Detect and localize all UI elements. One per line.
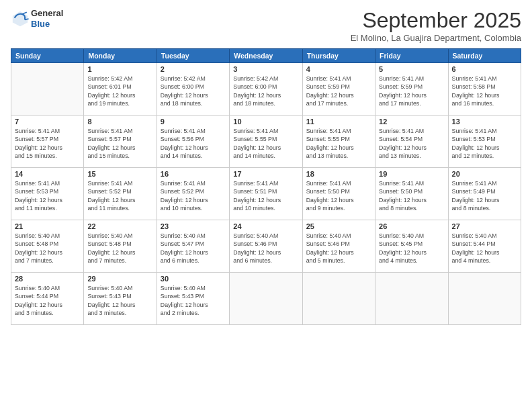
day-info: Sunrise: 5:40 AM Sunset: 5:46 PM Dayligh… <box>233 232 298 265</box>
calendar-cell <box>302 273 375 325</box>
day-info: Sunrise: 5:41 AM Sunset: 5:53 PM Dayligh… <box>15 179 80 212</box>
calendar-cell: 22Sunrise: 5:40 AM Sunset: 5:48 PM Dayli… <box>84 220 157 273</box>
calendar-cell: 29Sunrise: 5:40 AM Sunset: 5:43 PM Dayli… <box>84 273 157 325</box>
calendar-day-header: Saturday <box>448 49 521 63</box>
logo-text: General Blue <box>31 8 63 29</box>
day-number: 2 <box>161 65 226 73</box>
day-info: Sunrise: 5:41 AM Sunset: 5:59 PM Dayligh… <box>306 75 371 107</box>
calendar-day-header: Tuesday <box>157 49 229 63</box>
day-info: Sunrise: 5:41 AM Sunset: 5:58 PM Dayligh… <box>452 75 517 107</box>
calendar-cell: 19Sunrise: 5:41 AM Sunset: 5:50 PM Dayli… <box>375 168 448 220</box>
day-info: Sunrise: 5:41 AM Sunset: 5:52 PM Dayligh… <box>161 179 226 212</box>
calendar-week-row: 7Sunrise: 5:41 AM Sunset: 5:57 PM Daylig… <box>11 116 521 168</box>
calendar-week-row: 21Sunrise: 5:40 AM Sunset: 5:48 PM Dayli… <box>11 220 521 273</box>
calendar-cell: 10Sunrise: 5:41 AM Sunset: 5:55 PM Dayli… <box>230 116 302 168</box>
day-info: Sunrise: 5:41 AM Sunset: 5:52 PM Dayligh… <box>87 179 152 212</box>
calendar-day-header: Friday <box>375 49 448 63</box>
day-number: 9 <box>161 118 226 126</box>
day-number: 11 <box>306 118 371 126</box>
calendar-cell: 27Sunrise: 5:40 AM Sunset: 5:44 PM Dayli… <box>448 220 521 273</box>
day-info: Sunrise: 5:41 AM Sunset: 5:57 PM Dayligh… <box>87 127 152 160</box>
day-info: Sunrise: 5:41 AM Sunset: 5:55 PM Dayligh… <box>233 127 298 160</box>
calendar-cell: 16Sunrise: 5:41 AM Sunset: 5:52 PM Dayli… <box>157 168 229 220</box>
day-number: 17 <box>233 170 298 178</box>
month-title: September 2025 <box>351 8 521 33</box>
calendar-cell: 7Sunrise: 5:41 AM Sunset: 5:57 PM Daylig… <box>11 116 84 168</box>
day-number: 3 <box>233 65 298 73</box>
calendar-day-header: Wednesday <box>230 49 302 63</box>
day-info: Sunrise: 5:41 AM Sunset: 5:55 PM Dayligh… <box>306 127 371 160</box>
calendar-cell: 8Sunrise: 5:41 AM Sunset: 5:57 PM Daylig… <box>84 116 157 168</box>
calendar-cell: 6Sunrise: 5:41 AM Sunset: 5:58 PM Daylig… <box>448 63 521 116</box>
calendar-cell: 9Sunrise: 5:41 AM Sunset: 5:56 PM Daylig… <box>157 116 229 168</box>
day-number: 14 <box>15 170 80 178</box>
day-number: 10 <box>233 118 298 126</box>
day-number: 21 <box>15 222 80 230</box>
calendar-week-row: 28Sunrise: 5:40 AM Sunset: 5:44 PM Dayli… <box>11 273 521 325</box>
calendar-cell: 28Sunrise: 5:40 AM Sunset: 5:44 PM Dayli… <box>11 273 84 325</box>
day-number: 15 <box>87 170 152 178</box>
logo: General Blue <box>11 8 63 29</box>
title-block: September 2025 El Molino, La Guajira Dep… <box>351 8 521 43</box>
day-info: Sunrise: 5:41 AM Sunset: 5:56 PM Dayligh… <box>161 127 226 160</box>
calendar-day-header: Sunday <box>11 49 84 63</box>
day-number: 6 <box>452 65 517 73</box>
calendar-cell: 30Sunrise: 5:40 AM Sunset: 5:43 PM Dayli… <box>157 273 229 325</box>
calendar-cell: 13Sunrise: 5:41 AM Sunset: 5:53 PM Dayli… <box>448 116 521 168</box>
day-info: Sunrise: 5:40 AM Sunset: 5:48 PM Dayligh… <box>15 232 80 265</box>
calendar-cell: 1Sunrise: 5:42 AM Sunset: 6:01 PM Daylig… <box>84 63 157 116</box>
day-number: 1 <box>87 65 152 73</box>
day-info: Sunrise: 5:42 AM Sunset: 6:00 PM Dayligh… <box>161 75 226 107</box>
logo-general: General <box>31 8 63 19</box>
calendar-cell: 15Sunrise: 5:41 AM Sunset: 5:52 PM Dayli… <box>84 168 157 220</box>
day-info: Sunrise: 5:40 AM Sunset: 5:47 PM Dayligh… <box>161 232 226 265</box>
day-number: 29 <box>87 275 152 283</box>
logo-icon <box>11 9 30 28</box>
calendar-cell: 5Sunrise: 5:41 AM Sunset: 5:59 PM Daylig… <box>375 63 448 116</box>
calendar-cell <box>230 273 302 325</box>
day-number: 22 <box>87 222 152 230</box>
day-number: 12 <box>379 118 444 126</box>
calendar-cell: 21Sunrise: 5:40 AM Sunset: 5:48 PM Dayli… <box>11 220 84 273</box>
day-info: Sunrise: 5:41 AM Sunset: 5:59 PM Dayligh… <box>379 75 444 107</box>
header: General Blue September 2025 El Molino, L… <box>11 8 521 43</box>
calendar-cell: 20Sunrise: 5:41 AM Sunset: 5:49 PM Dayli… <box>448 168 521 220</box>
logo-blue: Blue <box>31 19 63 30</box>
location: El Molino, La Guajira Department, Colomb… <box>351 33 521 43</box>
calendar-cell: 2Sunrise: 5:42 AM Sunset: 6:00 PM Daylig… <box>157 63 229 116</box>
day-info: Sunrise: 5:40 AM Sunset: 5:46 PM Dayligh… <box>306 232 371 265</box>
day-number: 24 <box>233 222 298 230</box>
day-info: Sunrise: 5:40 AM Sunset: 5:44 PM Dayligh… <box>452 232 517 265</box>
day-info: Sunrise: 5:41 AM Sunset: 5:50 PM Dayligh… <box>379 179 444 212</box>
day-info: Sunrise: 5:42 AM Sunset: 6:00 PM Dayligh… <box>233 75 298 107</box>
calendar-day-header: Monday <box>84 49 157 63</box>
day-info: Sunrise: 5:41 AM Sunset: 5:54 PM Dayligh… <box>379 127 444 160</box>
day-number: 18 <box>306 170 371 178</box>
day-info: Sunrise: 5:41 AM Sunset: 5:50 PM Dayligh… <box>306 179 371 212</box>
day-number: 19 <box>379 170 444 178</box>
calendar-cell: 3Sunrise: 5:42 AM Sunset: 6:00 PM Daylig… <box>230 63 302 116</box>
page: General Blue September 2025 El Molino, L… <box>0 0 532 411</box>
calendar-cell <box>448 273 521 325</box>
day-number: 20 <box>452 170 517 178</box>
calendar-cell: 25Sunrise: 5:40 AM Sunset: 5:46 PM Dayli… <box>302 220 375 273</box>
day-number: 25 <box>306 222 371 230</box>
calendar-cell: 17Sunrise: 5:41 AM Sunset: 5:51 PM Dayli… <box>230 168 302 220</box>
day-number: 16 <box>161 170 226 178</box>
day-number: 23 <box>161 222 226 230</box>
calendar-cell: 14Sunrise: 5:41 AM Sunset: 5:53 PM Dayli… <box>11 168 84 220</box>
calendar-cell: 12Sunrise: 5:41 AM Sunset: 5:54 PM Dayli… <box>375 116 448 168</box>
calendar-cell: 18Sunrise: 5:41 AM Sunset: 5:50 PM Dayli… <box>302 168 375 220</box>
calendar: SundayMondayTuesdayWednesdayThursdayFrid… <box>11 48 521 325</box>
day-number: 27 <box>452 222 517 230</box>
day-info: Sunrise: 5:41 AM Sunset: 5:57 PM Dayligh… <box>15 127 80 160</box>
calendar-cell <box>375 273 448 325</box>
day-number: 7 <box>15 118 80 126</box>
day-info: Sunrise: 5:41 AM Sunset: 5:53 PM Dayligh… <box>452 127 517 160</box>
calendar-cell: 23Sunrise: 5:40 AM Sunset: 5:47 PM Dayli… <box>157 220 229 273</box>
day-number: 13 <box>452 118 517 126</box>
day-number: 8 <box>87 118 152 126</box>
day-number: 28 <box>15 275 80 283</box>
day-info: Sunrise: 5:40 AM Sunset: 5:44 PM Dayligh… <box>15 284 80 317</box>
day-info: Sunrise: 5:40 AM Sunset: 5:45 PM Dayligh… <box>379 232 444 265</box>
